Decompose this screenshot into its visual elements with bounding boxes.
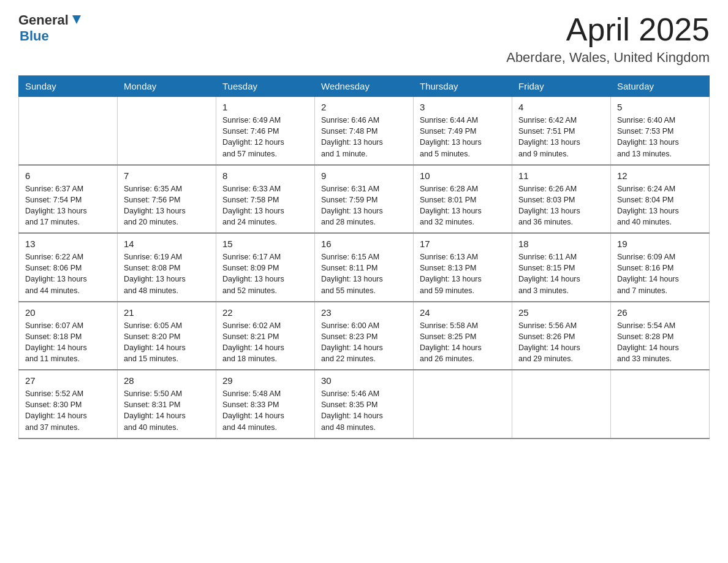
calendar-cell: 12Sunrise: 6:24 AM Sunset: 8:04 PM Dayli… <box>611 165 710 234</box>
day-number: 22 <box>222 307 308 318</box>
day-info: Sunrise: 6:31 AM Sunset: 7:59 PM Dayligh… <box>321 183 407 228</box>
day-info: Sunrise: 5:46 AM Sunset: 8:35 PM Dayligh… <box>321 388 407 433</box>
location-title: Aberdare, Wales, United Kingdom <box>506 50 710 66</box>
day-number: 21 <box>124 307 210 318</box>
calendar-table: SundayMondayTuesdayWednesdayThursdayFrid… <box>18 75 710 439</box>
column-header-thursday: Thursday <box>414 76 512 97</box>
day-info: Sunrise: 6:46 AM Sunset: 7:48 PM Dayligh… <box>321 115 407 159</box>
day-info: Sunrise: 6:33 AM Sunset: 7:58 PM Dayligh… <box>222 183 308 228</box>
calendar-cell <box>512 370 611 439</box>
day-number: 6 <box>25 170 111 181</box>
calendar-cell: 25Sunrise: 5:56 AM Sunset: 8:26 PM Dayli… <box>512 302 611 370</box>
calendar-cell: 19Sunrise: 6:09 AM Sunset: 8:16 PM Dayli… <box>611 233 710 302</box>
calendar-cell: 9Sunrise: 6:31 AM Sunset: 7:59 PM Daylig… <box>315 165 414 234</box>
day-number: 1 <box>222 102 308 112</box>
day-number: 30 <box>321 375 407 386</box>
calendar-cell: 7Sunrise: 6:35 AM Sunset: 7:56 PM Daylig… <box>118 165 216 234</box>
day-number: 20 <box>25 307 111 318</box>
calendar-week-row: 20Sunrise: 6:07 AM Sunset: 8:18 PM Dayli… <box>19 302 710 370</box>
day-number: 23 <box>321 307 407 318</box>
calendar-cell <box>414 370 512 439</box>
calendar-cell <box>611 370 710 439</box>
day-info: Sunrise: 6:02 AM Sunset: 8:21 PM Dayligh… <box>222 320 308 365</box>
column-header-tuesday: Tuesday <box>216 76 315 97</box>
day-info: Sunrise: 5:56 AM Sunset: 8:26 PM Dayligh… <box>518 320 604 365</box>
svg-marker-0 <box>72 15 81 24</box>
day-number: 28 <box>124 375 210 386</box>
calendar-header-row: SundayMondayTuesdayWednesdayThursdayFrid… <box>19 76 710 97</box>
column-header-wednesday: Wednesday <box>315 76 414 97</box>
day-info: Sunrise: 5:58 AM Sunset: 8:25 PM Dayligh… <box>420 320 506 365</box>
day-info: Sunrise: 6:22 AM Sunset: 8:06 PM Dayligh… <box>25 251 111 296</box>
header-right: April 2025 Aberdare, Wales, United Kingd… <box>506 12 710 66</box>
calendar-week-row: 1Sunrise: 6:49 AM Sunset: 7:46 PM Daylig… <box>19 97 710 165</box>
column-header-sunday: Sunday <box>19 76 118 97</box>
logo-general: General <box>18 12 69 28</box>
calendar-cell: 23Sunrise: 6:00 AM Sunset: 8:23 PM Dayli… <box>315 302 414 370</box>
day-info: Sunrise: 6:13 AM Sunset: 8:13 PM Dayligh… <box>420 251 506 296</box>
month-title: April 2025 <box>506 12 710 47</box>
calendar-cell: 13Sunrise: 6:22 AM Sunset: 8:06 PM Dayli… <box>19 233 118 302</box>
day-info: Sunrise: 5:50 AM Sunset: 8:31 PM Dayligh… <box>124 388 210 433</box>
calendar-cell: 3Sunrise: 6:44 AM Sunset: 7:49 PM Daylig… <box>414 97 512 165</box>
calendar-cell: 10Sunrise: 6:28 AM Sunset: 8:01 PM Dayli… <box>414 165 512 234</box>
calendar-cell: 15Sunrise: 6:17 AM Sunset: 8:09 PM Dayli… <box>216 233 315 302</box>
day-info: Sunrise: 6:37 AM Sunset: 7:54 PM Dayligh… <box>25 183 111 228</box>
day-info: Sunrise: 6:28 AM Sunset: 8:01 PM Dayligh… <box>420 183 506 228</box>
calendar-week-row: 6Sunrise: 6:37 AM Sunset: 7:54 PM Daylig… <box>19 165 710 234</box>
day-number: 4 <box>518 102 604 112</box>
day-info: Sunrise: 6:19 AM Sunset: 8:08 PM Dayligh… <box>124 251 210 296</box>
calendar-cell: 20Sunrise: 6:07 AM Sunset: 8:18 PM Dayli… <box>19 302 118 370</box>
day-number: 24 <box>420 307 506 318</box>
day-info: Sunrise: 5:54 AM Sunset: 8:28 PM Dayligh… <box>617 320 703 365</box>
day-number: 3 <box>420 102 506 112</box>
column-header-saturday: Saturday <box>611 76 710 97</box>
calendar-week-row: 27Sunrise: 5:52 AM Sunset: 8:30 PM Dayli… <box>19 370 710 439</box>
calendar-week-row: 13Sunrise: 6:22 AM Sunset: 8:06 PM Dayli… <box>19 233 710 302</box>
calendar-cell: 4Sunrise: 6:42 AM Sunset: 7:51 PM Daylig… <box>512 97 611 165</box>
day-number: 15 <box>222 239 308 249</box>
day-number: 10 <box>420 170 506 181</box>
calendar-cell: 26Sunrise: 5:54 AM Sunset: 8:28 PM Dayli… <box>611 302 710 370</box>
day-number: 16 <box>321 239 407 249</box>
day-info: Sunrise: 6:42 AM Sunset: 7:51 PM Dayligh… <box>518 115 604 159</box>
day-info: Sunrise: 6:17 AM Sunset: 8:09 PM Dayligh… <box>222 251 308 296</box>
day-info: Sunrise: 6:09 AM Sunset: 8:16 PM Dayligh… <box>617 251 703 296</box>
day-number: 27 <box>25 375 111 386</box>
column-header-monday: Monday <box>118 76 216 97</box>
day-info: Sunrise: 6:05 AM Sunset: 8:20 PM Dayligh… <box>124 320 210 365</box>
day-info: Sunrise: 6:26 AM Sunset: 8:03 PM Dayligh… <box>518 183 604 228</box>
day-number: 29 <box>222 375 308 386</box>
column-header-friday: Friday <box>512 76 611 97</box>
calendar-cell: 1Sunrise: 6:49 AM Sunset: 7:46 PM Daylig… <box>216 97 315 165</box>
calendar-cell: 8Sunrise: 6:33 AM Sunset: 7:58 PM Daylig… <box>216 165 315 234</box>
day-number: 26 <box>617 307 703 318</box>
day-number: 9 <box>321 170 407 181</box>
logo-triangle-icon <box>70 13 83 26</box>
calendar-cell: 27Sunrise: 5:52 AM Sunset: 8:30 PM Dayli… <box>19 370 118 439</box>
day-number: 17 <box>420 239 506 249</box>
day-number: 12 <box>617 170 703 181</box>
calendar-cell: 21Sunrise: 6:05 AM Sunset: 8:20 PM Dayli… <box>118 302 216 370</box>
day-number: 14 <box>124 239 210 249</box>
day-number: 11 <box>518 170 604 181</box>
calendar-cell <box>118 97 216 165</box>
calendar-cell <box>19 97 118 165</box>
logo-blue: Blue <box>20 28 49 44</box>
day-info: Sunrise: 6:40 AM Sunset: 7:53 PM Dayligh… <box>617 115 703 159</box>
calendar-cell: 5Sunrise: 6:40 AM Sunset: 7:53 PM Daylig… <box>611 97 710 165</box>
logo: General Blue <box>18 12 83 44</box>
calendar-cell: 29Sunrise: 5:48 AM Sunset: 8:33 PM Dayli… <box>216 370 315 439</box>
day-info: Sunrise: 6:24 AM Sunset: 8:04 PM Dayligh… <box>617 183 703 228</box>
calendar-cell: 30Sunrise: 5:46 AM Sunset: 8:35 PM Dayli… <box>315 370 414 439</box>
day-number: 5 <box>617 102 703 112</box>
day-number: 18 <box>518 239 604 249</box>
day-number: 19 <box>617 239 703 249</box>
day-number: 2 <box>321 102 407 112</box>
day-number: 13 <box>25 239 111 249</box>
calendar-cell: 24Sunrise: 5:58 AM Sunset: 8:25 PM Dayli… <box>414 302 512 370</box>
calendar-cell: 18Sunrise: 6:11 AM Sunset: 8:15 PM Dayli… <box>512 233 611 302</box>
calendar-cell: 22Sunrise: 6:02 AM Sunset: 8:21 PM Dayli… <box>216 302 315 370</box>
calendar-cell: 14Sunrise: 6:19 AM Sunset: 8:08 PM Dayli… <box>118 233 216 302</box>
day-info: Sunrise: 6:35 AM Sunset: 7:56 PM Dayligh… <box>124 183 210 228</box>
